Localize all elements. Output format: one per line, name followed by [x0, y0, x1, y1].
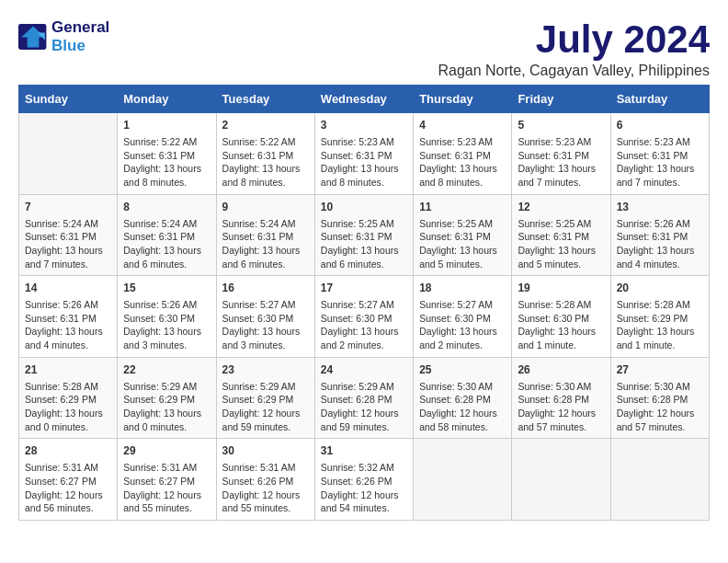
calendar-cell: 12Sunrise: 5:25 AM Sunset: 6:31 PM Dayli… [512, 194, 610, 276]
day-number: 24 [321, 362, 407, 378]
calendar-cell: 7Sunrise: 5:24 AM Sunset: 6:31 PM Daylig… [19, 194, 118, 276]
day-number: 15 [123, 281, 210, 296]
day-number: 1 [123, 118, 210, 133]
day-info: Sunrise: 5:29 AM Sunset: 6:29 PM Dayligh… [222, 380, 309, 434]
day-number: 22 [123, 362, 210, 378]
day-info: Sunrise: 5:27 AM Sunset: 6:30 PM Dayligh… [419, 298, 506, 352]
logo-text: General Blue [51, 18, 109, 55]
logo: General Blue [18, 18, 109, 55]
title-block: July 2024 Ragan Norte, Cagayan Valley, P… [438, 18, 710, 79]
day-info: Sunrise: 5:27 AM Sunset: 6:30 PM Dayligh… [222, 298, 309, 352]
calendar-cell: 24Sunrise: 5:29 AM Sunset: 6:28 PM Dayli… [314, 357, 413, 439]
day-number: 16 [222, 281, 309, 296]
calendar-cell [414, 439, 512, 521]
calendar-cell: 27Sunrise: 5:30 AM Sunset: 6:28 PM Dayli… [610, 357, 709, 439]
column-header-tuesday: Tuesday [216, 86, 314, 113]
column-header-monday: Monday [118, 86, 216, 113]
day-info: Sunrise: 5:31 AM Sunset: 6:27 PM Dayligh… [123, 461, 210, 515]
calendar-week-row: 21Sunrise: 5:28 AM Sunset: 6:29 PM Dayli… [19, 357, 710, 439]
day-info: Sunrise: 5:30 AM Sunset: 6:28 PM Dayligh… [617, 380, 703, 434]
day-number: 28 [25, 443, 111, 459]
day-info: Sunrise: 5:31 AM Sunset: 6:26 PM Dayligh… [222, 461, 309, 515]
calendar-week-row: 7Sunrise: 5:24 AM Sunset: 6:31 PM Daylig… [19, 194, 710, 276]
column-header-wednesday: Wednesday [314, 86, 413, 113]
day-number: 10 [321, 200, 407, 215]
day-number: 26 [518, 362, 604, 378]
calendar-cell [512, 439, 610, 521]
calendar-cell: 3Sunrise: 5:23 AM Sunset: 6:31 PM Daylig… [314, 113, 413, 195]
column-header-thursday: Thursday [414, 86, 512, 113]
calendar-cell: 6Sunrise: 5:23 AM Sunset: 6:31 PM Daylig… [610, 113, 709, 195]
day-number: 23 [222, 362, 309, 378]
calendar-week-row: 28Sunrise: 5:31 AM Sunset: 6:27 PM Dayli… [19, 439, 710, 521]
day-info: Sunrise: 5:26 AM Sunset: 6:31 PM Dayligh… [617, 217, 703, 271]
day-number: 8 [123, 200, 210, 215]
calendar-cell: 17Sunrise: 5:27 AM Sunset: 6:30 PM Dayli… [314, 276, 413, 358]
day-number: 14 [25, 281, 111, 296]
day-number: 18 [419, 281, 506, 296]
calendar-cell: 14Sunrise: 5:26 AM Sunset: 6:31 PM Dayli… [19, 276, 118, 358]
day-info: Sunrise: 5:25 AM Sunset: 6:31 PM Dayligh… [518, 217, 604, 271]
day-info: Sunrise: 5:29 AM Sunset: 6:29 PM Dayligh… [123, 380, 210, 434]
calendar-week-row: 1Sunrise: 5:22 AM Sunset: 6:31 PM Daylig… [19, 113, 710, 195]
day-info: Sunrise: 5:32 AM Sunset: 6:26 PM Dayligh… [321, 461, 407, 515]
day-number: 3 [321, 118, 407, 133]
day-info: Sunrise: 5:27 AM Sunset: 6:30 PM Dayligh… [321, 298, 407, 352]
calendar-cell: 16Sunrise: 5:27 AM Sunset: 6:30 PM Dayli… [216, 276, 314, 358]
day-info: Sunrise: 5:25 AM Sunset: 6:31 PM Dayligh… [419, 217, 506, 271]
calendar-cell [19, 113, 118, 195]
calendar-cell: 15Sunrise: 5:26 AM Sunset: 6:30 PM Dayli… [118, 276, 216, 358]
calendar-cell: 26Sunrise: 5:30 AM Sunset: 6:28 PM Dayli… [512, 357, 610, 439]
day-info: Sunrise: 5:24 AM Sunset: 6:31 PM Dayligh… [123, 217, 210, 271]
day-number: 30 [222, 443, 309, 459]
day-info: Sunrise: 5:23 AM Sunset: 6:31 PM Dayligh… [518, 135, 604, 190]
calendar-cell: 25Sunrise: 5:30 AM Sunset: 6:28 PM Dayli… [414, 357, 512, 439]
day-info: Sunrise: 5:26 AM Sunset: 6:30 PM Dayligh… [123, 298, 210, 352]
location-title: Ragan Norte, Cagayan Valley, Philippines [438, 63, 710, 79]
day-info: Sunrise: 5:30 AM Sunset: 6:28 PM Dayligh… [518, 380, 604, 434]
day-info: Sunrise: 5:31 AM Sunset: 6:27 PM Dayligh… [25, 461, 111, 515]
day-number: 9 [222, 200, 309, 215]
page-header: General Blue July 2024 Ragan Norte, Caga… [18, 18, 710, 79]
logo-icon [18, 24, 48, 50]
day-info: Sunrise: 5:22 AM Sunset: 6:31 PM Dayligh… [123, 135, 210, 190]
day-info: Sunrise: 5:23 AM Sunset: 6:31 PM Dayligh… [419, 135, 506, 190]
column-header-saturday: Saturday [610, 86, 709, 113]
day-number: 31 [321, 443, 407, 459]
day-info: Sunrise: 5:23 AM Sunset: 6:31 PM Dayligh… [321, 135, 407, 190]
calendar-cell: 1Sunrise: 5:22 AM Sunset: 6:31 PM Daylig… [118, 113, 216, 195]
calendar-cell: 20Sunrise: 5:28 AM Sunset: 6:29 PM Dayli… [610, 276, 709, 358]
calendar-cell: 29Sunrise: 5:31 AM Sunset: 6:27 PM Dayli… [118, 439, 216, 521]
day-number: 2 [222, 118, 309, 133]
calendar-cell: 23Sunrise: 5:29 AM Sunset: 6:29 PM Dayli… [216, 357, 314, 439]
day-info: Sunrise: 5:28 AM Sunset: 6:30 PM Dayligh… [518, 298, 604, 352]
calendar-cell: 30Sunrise: 5:31 AM Sunset: 6:26 PM Dayli… [216, 439, 314, 521]
day-info: Sunrise: 5:30 AM Sunset: 6:28 PM Dayligh… [419, 380, 506, 434]
day-info: Sunrise: 5:22 AM Sunset: 6:31 PM Dayligh… [222, 135, 309, 190]
day-info: Sunrise: 5:24 AM Sunset: 6:31 PM Dayligh… [222, 217, 309, 271]
day-info: Sunrise: 5:24 AM Sunset: 6:31 PM Dayligh… [25, 217, 111, 271]
day-number: 20 [617, 281, 703, 296]
calendar-cell: 5Sunrise: 5:23 AM Sunset: 6:31 PM Daylig… [512, 113, 610, 195]
day-number: 5 [518, 118, 604, 133]
calendar-cell: 4Sunrise: 5:23 AM Sunset: 6:31 PM Daylig… [414, 113, 512, 195]
calendar-cell [610, 439, 709, 521]
calendar-cell: 13Sunrise: 5:26 AM Sunset: 6:31 PM Dayli… [610, 194, 709, 276]
day-number: 25 [419, 362, 506, 378]
calendar-cell: 2Sunrise: 5:22 AM Sunset: 6:31 PM Daylig… [216, 113, 314, 195]
calendar-cell: 8Sunrise: 5:24 AM Sunset: 6:31 PM Daylig… [118, 194, 216, 276]
calendar-cell: 10Sunrise: 5:25 AM Sunset: 6:31 PM Dayli… [314, 194, 413, 276]
calendar-cell: 18Sunrise: 5:27 AM Sunset: 6:30 PM Dayli… [414, 276, 512, 358]
day-number: 4 [419, 118, 506, 133]
day-number: 7 [25, 200, 111, 215]
day-info: Sunrise: 5:28 AM Sunset: 6:29 PM Dayligh… [25, 380, 111, 434]
day-info: Sunrise: 5:23 AM Sunset: 6:31 PM Dayligh… [617, 135, 703, 190]
day-number: 11 [419, 200, 506, 215]
day-info: Sunrise: 5:25 AM Sunset: 6:31 PM Dayligh… [321, 217, 407, 271]
calendar-cell: 9Sunrise: 5:24 AM Sunset: 6:31 PM Daylig… [216, 194, 314, 276]
calendar-cell: 28Sunrise: 5:31 AM Sunset: 6:27 PM Dayli… [19, 439, 118, 521]
calendar-cell: 21Sunrise: 5:28 AM Sunset: 6:29 PM Dayli… [19, 357, 118, 439]
day-number: 17 [321, 281, 407, 296]
day-number: 6 [617, 118, 703, 133]
day-number: 27 [617, 362, 703, 378]
